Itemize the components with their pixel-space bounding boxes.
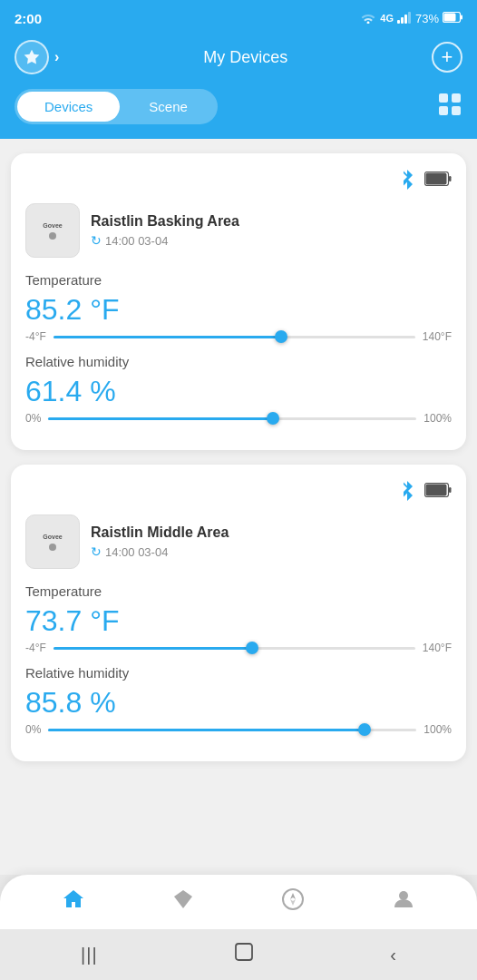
temp-fill-0 xyxy=(54,336,281,338)
signal-icon xyxy=(397,11,412,26)
header: › My Devices + xyxy=(0,33,477,89)
temp-max-1: 140°F xyxy=(423,642,452,654)
compass-icon xyxy=(281,887,305,916)
svg-rect-1 xyxy=(401,17,404,24)
humidity-fill-0 xyxy=(48,417,273,420)
android-back-button[interactable]: ‹ xyxy=(390,945,396,965)
humidity-thumb-0[interactable] xyxy=(267,412,279,425)
device-name-1: Raistlin Middle Area xyxy=(91,524,229,541)
svg-rect-22 xyxy=(236,944,252,960)
svg-marker-7 xyxy=(24,50,40,64)
svg-marker-19 xyxy=(290,893,296,899)
device-name-0: Raistlin Basking Area xyxy=(91,213,239,230)
svg-rect-0 xyxy=(397,20,400,24)
temp-track-0[interactable] xyxy=(54,336,415,338)
device-thumbnail-1: Govee xyxy=(25,514,80,569)
wifi-icon xyxy=(360,11,376,26)
svg-rect-3 xyxy=(408,12,411,24)
device-list: Govee Raistlin Basking Area ↻ 14:00 03-0… xyxy=(0,139,477,875)
temperature-label-1: Temperature xyxy=(25,583,452,599)
nav-explore[interactable] xyxy=(281,887,305,916)
svg-rect-2 xyxy=(404,15,407,24)
tab-devices[interactable]: Devices xyxy=(17,92,120,122)
refresh-icon-0[interactable]: ↻ xyxy=(91,233,102,248)
nav-home[interactable] xyxy=(62,887,85,916)
svg-rect-5 xyxy=(444,13,456,21)
status-bar: 2:00 4G 73% xyxy=(0,0,477,33)
device-info-1: Govee Raistlin Middle Area ↻ 14:00 03-04 xyxy=(25,514,452,569)
battery-icon-status xyxy=(443,12,462,25)
device-text-1: Raistlin Middle Area ↻ 14:00 03-04 xyxy=(91,524,229,559)
tab-scene[interactable]: Scene xyxy=(122,92,215,122)
humidity-slider-0: 0% 100% xyxy=(25,412,452,425)
nav-profile[interactable] xyxy=(392,887,415,916)
temperature-slider-1: -4°F 140°F xyxy=(25,642,452,654)
temp-min-0: -4°F xyxy=(25,330,46,343)
svg-rect-17 xyxy=(449,487,452,493)
humidity-slider-1: 0% 100% xyxy=(25,723,452,736)
refresh-icon-1[interactable]: ↻ xyxy=(91,544,102,559)
android-recent-button[interactable]: ||| xyxy=(81,945,98,965)
device-text-0: Raistlin Basking Area ↻ 14:00 03-04 xyxy=(91,213,239,248)
svg-rect-14 xyxy=(449,176,452,181)
humidity-max-0: 100% xyxy=(423,412,452,425)
temp-thumb-0[interactable] xyxy=(275,330,287,343)
android-nav: ||| ‹ xyxy=(0,929,477,980)
header-left: › xyxy=(15,40,59,74)
temp-track-1[interactable] xyxy=(54,647,415,650)
temperature-section-1: Temperature 73.7 °F -4°F 140°F xyxy=(25,583,452,654)
svg-rect-16 xyxy=(426,485,447,496)
svg-rect-11 xyxy=(452,106,461,115)
android-home-button[interactable] xyxy=(234,942,254,967)
temperature-value-0: 85.2 °F xyxy=(25,293,452,327)
humidity-track-0[interactable] xyxy=(48,417,416,420)
humidity-label-0: Relative humidity xyxy=(25,354,452,369)
svg-point-21 xyxy=(399,891,408,900)
device-time-0: ↻ 14:00 03-04 xyxy=(91,233,239,248)
temp-thumb-1[interactable] xyxy=(246,642,258,654)
svg-marker-20 xyxy=(290,899,296,906)
home-icon xyxy=(62,887,85,916)
grid-view-icon[interactable] xyxy=(437,92,462,122)
humidity-value-1: 85.8 % xyxy=(25,686,452,720)
temperature-slider-0: -4°F 140°F xyxy=(25,330,452,343)
header-title: My Devices xyxy=(59,48,432,67)
device-timestamp-1: 14:00 03-04 xyxy=(105,545,168,559)
temp-min-1: -4°F xyxy=(25,642,46,654)
tab-group: Devices Scene xyxy=(15,89,218,124)
add-device-button[interactable]: + xyxy=(432,42,462,73)
svg-rect-9 xyxy=(452,93,461,103)
temp-fill-1 xyxy=(54,647,252,650)
lte-icon: 4G xyxy=(380,13,394,24)
user-avatar[interactable] xyxy=(15,40,49,74)
humidity-label-1: Relative humidity xyxy=(25,665,452,681)
humidity-section-0: Relative humidity 61.4 % 0% 100% xyxy=(25,354,452,425)
bluetooth-icon-0 xyxy=(399,168,415,194)
device-info-0: Govee Raistlin Basking Area ↻ 14:00 03-0… xyxy=(25,203,452,258)
svg-rect-6 xyxy=(461,15,462,19)
svg-rect-8 xyxy=(439,93,448,103)
battery-full-icon-1 xyxy=(424,479,452,505)
tab-section: Devices Scene xyxy=(0,89,477,139)
status-time: 2:00 xyxy=(15,11,42,26)
bottom-nav xyxy=(0,875,477,929)
device-card-0: Govee Raistlin Basking Area ↻ 14:00 03-0… xyxy=(11,153,466,450)
svg-point-18 xyxy=(283,889,303,909)
device-card-1: Govee Raistlin Middle Area ↻ 14:00 03-04… xyxy=(11,465,466,761)
battery-percent: 73% xyxy=(415,12,439,25)
humidity-thumb-1[interactable] xyxy=(358,723,371,736)
card-header-0 xyxy=(25,168,452,194)
humidity-max-1: 100% xyxy=(423,723,452,736)
humidity-min-1: 0% xyxy=(25,723,41,736)
svg-rect-13 xyxy=(426,173,447,185)
nav-favorites[interactable] xyxy=(172,888,194,916)
device-timestamp-0: 14:00 03-04 xyxy=(105,234,168,248)
humidity-track-1[interactable] xyxy=(48,729,416,731)
battery-full-icon-0 xyxy=(424,168,452,194)
profile-icon xyxy=(392,887,415,916)
humidity-fill-1 xyxy=(48,729,365,731)
temp-max-0: 140°F xyxy=(423,330,452,343)
humidity-section-1: Relative humidity 85.8 % 0% 100% xyxy=(25,665,452,736)
temperature-label-0: Temperature xyxy=(25,272,452,288)
temperature-value-1: 73.7 °F xyxy=(25,604,452,638)
